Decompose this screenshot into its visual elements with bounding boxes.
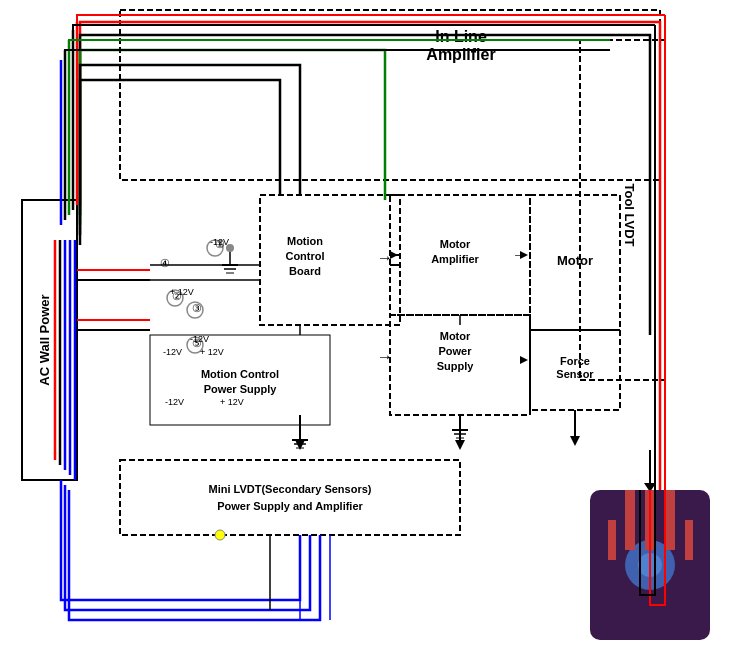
ac-wall-power-label: AC Wall Power (37, 294, 52, 385)
diagram-container: In Line Amplifier Tool LVDT Motion Contr… (0, 0, 735, 669)
pos12v-2: + 12V (200, 347, 224, 357)
svg-text:Power: Power (438, 345, 472, 357)
neg12v-3: -12V (163, 347, 182, 357)
in-line-amplifier-label: In Line (435, 28, 487, 45)
motor-amplifier-label: Motor (440, 238, 471, 250)
svg-text:Power Supply and Amplifier: Power Supply and Amplifier (217, 500, 363, 512)
in-line-amplifier-label2: Amplifier (426, 46, 495, 63)
svg-rect-65 (625, 490, 635, 550)
svg-text:Sensor: Sensor (556, 368, 594, 380)
force-sensor-label: Force (560, 355, 590, 367)
svg-text:→: → (377, 348, 393, 365)
svg-text:Amplifier: Amplifier (431, 253, 479, 265)
svg-text:Board: Board (289, 265, 321, 277)
svg-rect-68 (608, 520, 616, 560)
node3: ③ (192, 302, 202, 314)
svg-rect-67 (665, 490, 675, 550)
mini-lvdt-label: Mini LVDT(Secondary Sensors) (209, 483, 372, 495)
motion-control-ps-label: Motion Control (201, 368, 279, 380)
svg-text:→: → (377, 249, 393, 266)
neg12v-4: -12V (165, 397, 184, 407)
svg-text:Power Supply: Power Supply (204, 383, 278, 395)
svg-text:Control: Control (285, 250, 324, 262)
svg-point-61 (215, 530, 225, 540)
motor-ps-label: Motor (440, 330, 471, 342)
pos12v-3: + 12V (220, 397, 244, 407)
svg-text:Supply: Supply (437, 360, 475, 372)
motion-control-board-label: Motion (287, 235, 323, 247)
svg-text:→: → (512, 246, 528, 263)
node5: ⑤ (192, 337, 202, 349)
motor-label: Motor (557, 253, 593, 268)
node1: ① (215, 238, 225, 250)
tool-lvdt-label: Tool LVDT (622, 183, 637, 246)
node2: ② (172, 290, 182, 302)
svg-rect-69 (685, 520, 693, 560)
node4: ④ (160, 257, 170, 269)
